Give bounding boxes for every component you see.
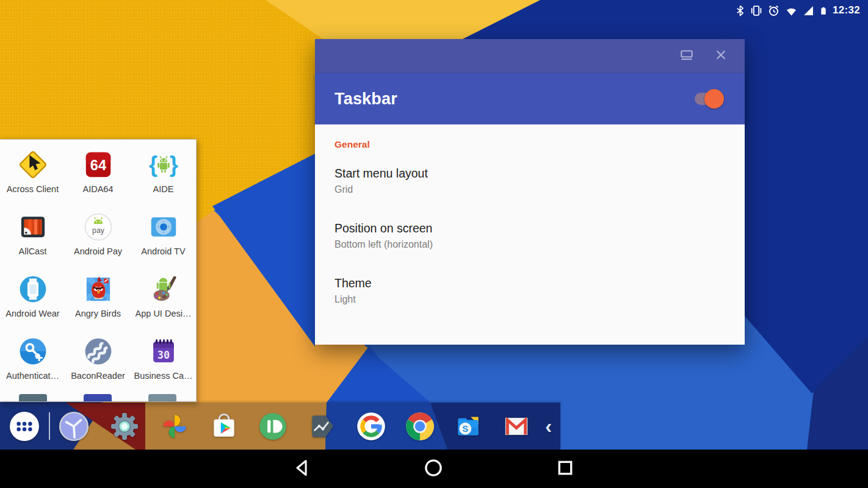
across-client-icon [16,148,49,181]
app-label: Angry Birds [75,309,121,318]
setting-value: Grid [335,184,725,195]
play-store-icon[interactable] [209,411,239,442]
chrome-icon[interactable] [404,411,436,442]
taskbar: S ‹ [0,403,560,450]
setting-value: Bottom left (horizontal) [335,239,725,250]
recents-icon [555,470,576,480]
close-icon [714,48,728,64]
partial-app-icon [19,394,47,402]
play-console-icon[interactable] [306,411,337,442]
chevron-left-icon: ‹ [545,414,552,438]
app-label: Android TV [141,246,185,256]
alarm-icon [767,4,780,17]
vibrate-icon [750,4,762,17]
maximize-icon [679,47,695,65]
app-label: App UI Desi… [136,309,192,318]
app-label: Across Client [7,184,59,194]
taskbar-settings-window: Taskbar General Start menu layout Grid P… [315,39,745,345]
android-tv-icon [147,210,180,243]
app-item-android-wear[interactable]: Android Wear [0,269,65,331]
svg-text:pay: pay [92,226,105,235]
app-item-android-tv[interactable]: Android TV [131,207,196,269]
authenticator-icon [16,335,49,368]
app-label: Authenticat… [6,371,59,381]
android-wear-icon [16,273,49,306]
setting-value: Light [335,294,725,305]
start-button[interactable] [9,411,40,442]
app-label: AllCast [19,246,47,256]
toggle-thumb [704,89,724,109]
navigation-bar [0,450,868,488]
window-title: Taskbar [335,90,397,109]
android-desktop: 12:32 Across Client 64 AIDA64 {} AIDE Al… [0,0,868,488]
app-item-allcast[interactable]: AllCast [0,207,65,269]
app-item-authenticator[interactable]: Authenticat… [0,331,65,393]
partial-app-icon [84,394,112,402]
app-label: Android Wear [5,309,59,318]
business-calendar-icon: 30 [147,335,180,368]
setting-label: Position on screen [335,221,725,235]
app-label: Business Ca… [134,371,193,381]
maximize-button[interactable] [679,48,695,64]
app-label: AIDE [153,184,174,194]
gmail-icon[interactable] [501,411,532,442]
angry-birds-icon [82,273,115,306]
google-photos-icon[interactable] [159,411,190,442]
svg-text:S: S [462,423,468,433]
setting-theme[interactable]: Theme Light [335,276,725,305]
status-clock: 12:32 [833,4,860,16]
svg-text:64: 64 [90,157,106,173]
app-label: BaconReader [71,371,125,381]
app-item-business-calendar[interactable]: 30 Business Ca… [131,331,196,393]
home-icon [423,470,444,480]
app-ui-designer-icon [147,273,180,306]
setting-position-on-screen[interactable]: Position on screen Bottom left (horizont… [335,221,725,250]
app-item-angry-birds[interactable]: Angry Birds [65,269,131,331]
window-titlebar [315,39,745,73]
app-item-android-pay[interactable]: pay Android Pay [65,207,131,269]
app-item-aida64[interactable]: 64 AIDA64 [65,145,131,207]
app-label: AIDA64 [83,184,114,194]
back-icon [292,470,313,480]
app-item-baconreader[interactable]: BaconReader [65,331,131,393]
back-button[interactable] [292,458,313,481]
wifi-icon [785,5,798,16]
svg-text:30: 30 [157,349,169,361]
recents-button[interactable] [555,458,576,481]
baconreader-icon [82,335,115,368]
taskbar-enable-toggle[interactable] [695,93,720,105]
close-button[interactable] [713,48,729,64]
app-label: Android Pay [74,246,122,256]
taskbar-divider [49,412,50,440]
clock-app-icon[interactable] [58,411,90,442]
app-item-aide[interactable]: {} AIDE [131,145,196,207]
setting-label: Start menu layout [335,167,725,181]
setting-start-menu-layout[interactable]: Start menu layout Grid [335,167,725,195]
home-button[interactable] [423,458,444,481]
taskbar-collapse-button[interactable]: ‹ [545,403,552,450]
start-menu-panel: Across Client 64 AIDA64 {} AIDE AllCast … [0,139,197,402]
app-grid: Across Client 64 AIDA64 {} AIDE AllCast … [0,140,196,393]
section-header: General [335,139,725,150]
app-item-across-client[interactable]: Across Client [0,145,65,207]
app-item-app-ui-designer[interactable]: App UI Desi… [131,269,196,331]
settings-list: General Start menu layout Grid Position … [315,124,745,345]
android-pay-icon: pay [82,210,115,243]
settings-gear-icon[interactable] [108,410,141,443]
status-bar: 12:32 [735,0,868,21]
partial-app-icon [148,394,176,402]
svg-text:{: { [149,152,157,177]
solid-explorer-icon[interactable]: S [453,411,483,442]
allcast-icon [16,210,49,243]
bluetooth-icon [735,4,745,17]
window-appbar: Taskbar [315,73,745,124]
setting-label: Theme [335,276,725,290]
svg-text:}: } [169,152,178,177]
pushbullet-icon[interactable] [258,411,288,442]
google-icon[interactable] [355,411,387,442]
battery-icon [819,4,828,17]
signal-icon [803,5,814,16]
aida64-icon: 64 [82,148,115,181]
aide-icon: {} [147,148,180,181]
